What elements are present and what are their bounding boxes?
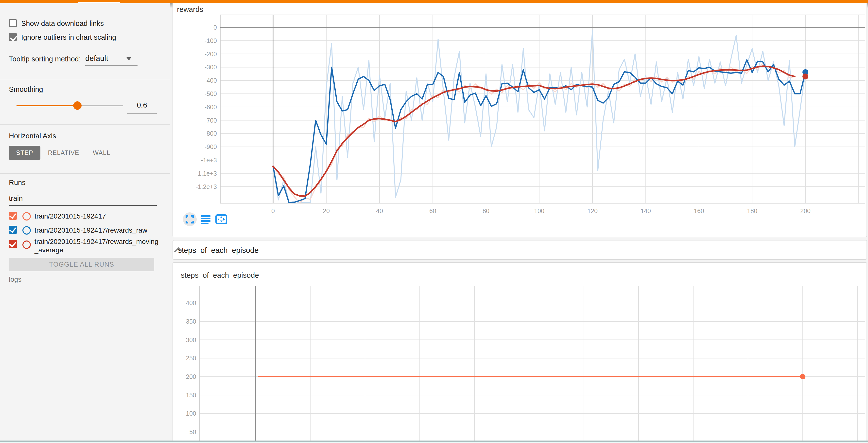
tooltip-sorting-label: Tooltip sorting method: <box>9 55 81 63</box>
svg-text:-700: -700 <box>205 117 217 124</box>
svg-text:-1.1e+3: -1.1e+3 <box>196 170 217 177</box>
svg-text:-1.2e+3: -1.2e+3 <box>196 183 217 190</box>
runs-label: Runs <box>9 179 26 187</box>
svg-text:250: 250 <box>186 355 196 362</box>
horizontal-axis-label: Horizontal Axis <box>9 132 56 140</box>
window-bottom-edge <box>0 442 868 443</box>
svg-text:200: 200 <box>186 373 196 380</box>
run-checkbox[interactable] <box>9 226 17 234</box>
svg-text:0: 0 <box>271 207 275 214</box>
steps-chart-card: steps_of_each_episode 400350300250200150… <box>173 262 867 443</box>
svg-text:-900: -900 <box>205 143 217 150</box>
rewards-chart-card: rewards 0-100-200-300-400-500-600-700-80… <box>173 3 867 237</box>
top-toolbar <box>0 0 868 3</box>
ignore-outliers-label: Ignore outliers in chart scaling <box>21 33 116 41</box>
run-name: train/20201015-192417/rewards_moving_ave… <box>34 238 161 254</box>
svg-text:-500: -500 <box>205 90 217 97</box>
svg-text:-100: -100 <box>205 37 217 44</box>
divider <box>0 173 170 174</box>
svg-text:-800: -800 <box>205 130 217 137</box>
svg-text:200: 200 <box>800 207 811 214</box>
run-checkbox[interactable] <box>9 240 17 248</box>
section-title: steps_of_each_episode <box>178 246 258 255</box>
check-icon <box>9 226 16 233</box>
run-checkbox[interactable] <box>9 212 17 220</box>
settings-sidebar: Show data download links Ignore outliers… <box>0 3 170 443</box>
svg-text:-1e+3: -1e+3 <box>201 157 217 164</box>
svg-text:400: 400 <box>186 299 196 306</box>
select-underline <box>85 65 137 66</box>
runs-filter-underline <box>9 205 157 206</box>
smoothing-slider-fill <box>17 105 77 106</box>
rewards-line-chart[interactable]: 0-100-200-300-400-500-600-700-800-900-1e… <box>173 3 867 236</box>
svg-text:350: 350 <box>186 318 196 325</box>
svg-text:-200: -200 <box>205 51 217 57</box>
show-download-label: Show data download links <box>21 20 104 28</box>
fit-domain-button[interactable] <box>214 212 228 226</box>
divider <box>0 124 170 124</box>
svg-text:-300: -300 <box>205 64 217 70</box>
svg-text:180: 180 <box>747 207 757 214</box>
svg-text:-600: -600 <box>205 104 217 111</box>
run-name: train/20201015-192417/rewards_raw <box>34 226 161 235</box>
svg-text:50: 50 <box>189 429 196 435</box>
chevron-up-icon[interactable] <box>173 246 184 253</box>
axis-button-wall[interactable]: WALL <box>87 146 116 160</box>
toggle-all-runs-button[interactable]: TOGGLE ALL RUNS <box>9 258 154 271</box>
steps-line-chart[interactable]: 40035030025020015010050 <box>173 263 867 443</box>
smoothing-label: Smoothing <box>9 85 43 93</box>
svg-text:300: 300 <box>186 336 196 343</box>
run-group-logs-label: logs <box>9 275 22 284</box>
check-icon <box>9 211 16 219</box>
run-color-circle[interactable] <box>23 226 31 235</box>
section-header[interactable]: steps_of_each_episode <box>173 240 867 260</box>
svg-text:80: 80 <box>483 207 490 214</box>
divider <box>0 80 170 80</box>
expand-chart-button[interactable] <box>183 212 197 226</box>
tooltip-sorting-select[interactable]: default <box>85 54 108 63</box>
toggle-runs-menu-button[interactable] <box>199 212 212 226</box>
svg-text:140: 140 <box>641 207 651 214</box>
run-color-circle[interactable] <box>23 240 31 249</box>
smoothing-value-input[interactable]: 0.6 <box>127 101 157 109</box>
axis-button-step[interactable]: STEP <box>9 146 40 160</box>
chart-toolbar <box>183 212 247 227</box>
svg-text:120: 120 <box>587 207 598 214</box>
run-color-circle[interactable] <box>23 212 31 220</box>
smoothing-value-underline <box>127 114 157 114</box>
chevron-down-icon[interactable] <box>126 57 131 60</box>
svg-text:60: 60 <box>429 207 436 214</box>
smoothing-slider-thumb[interactable] <box>73 101 82 110</box>
svg-text:20: 20 <box>323 207 330 214</box>
runs-filter-input[interactable]: train <box>9 195 23 203</box>
ignore-outliers-checkbox[interactable] <box>9 33 17 41</box>
run-name: train/20201015-192417 <box>34 212 161 220</box>
lines-menu-icon <box>199 212 212 226</box>
svg-text:100: 100 <box>534 207 545 214</box>
check-icon <box>9 240 16 247</box>
show-download-checkbox[interactable] <box>9 19 17 27</box>
axis-button-relative[interactable]: RELATIVE <box>46 146 81 160</box>
svg-text:0: 0 <box>213 24 217 31</box>
svg-text:40: 40 <box>376 207 383 214</box>
tensorboard-app: Show data download links Ignore outliers… <box>0 0 868 443</box>
svg-text:160: 160 <box>694 207 704 214</box>
svg-text:100: 100 <box>186 410 196 417</box>
svg-text:-400: -400 <box>205 77 217 84</box>
fullscreen-icon <box>183 212 197 226</box>
svg-text:150: 150 <box>186 392 196 398</box>
check-icon <box>10 34 18 41</box>
fit-to-data-icon <box>214 212 228 226</box>
